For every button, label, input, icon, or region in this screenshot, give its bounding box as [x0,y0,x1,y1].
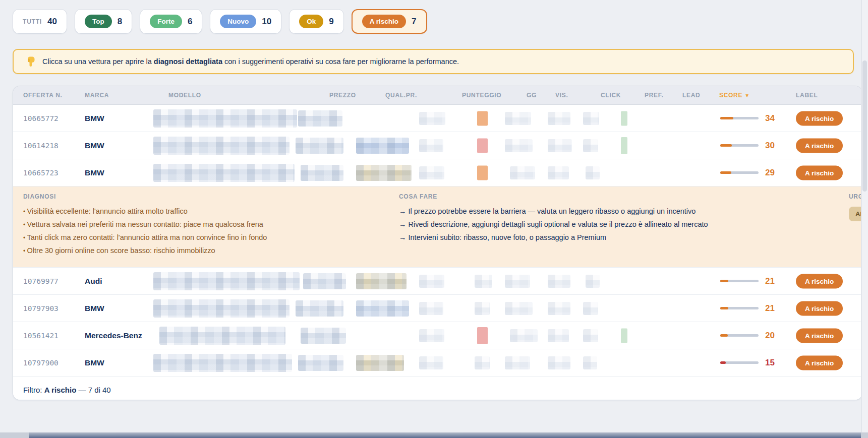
redacted-model [153,299,290,318]
col-gg[interactable]: GG [527,92,537,99]
redacted-lead [621,111,627,126]
redacted-click [548,166,569,179]
filter-a-rischio-pill: A rischio [362,15,406,28]
col-label[interactable]: LABEL [796,92,818,99]
redacted-model [159,327,285,345]
filter-tutti[interactable]: TUTTI 40 [13,9,67,34]
hint-banner: Clicca su una vettura per aprire la diag… [13,49,854,74]
redacted-punteggio [419,139,443,152]
filter-a-rischio-count: 7 [412,17,416,27]
col-qual-pr[interactable]: QUAL.PR. [385,92,417,99]
redacted-click [548,112,570,125]
col-modello[interactable]: MODELLO [168,92,201,99]
table-row[interactable]: 10665772 BMW 34 A rischio [13,105,862,132]
cosa-fare-item: Il prezzo potrebbe essere la barriera — … [399,205,708,218]
table-row[interactable]: 10797900 BMW 15 A rischio [13,349,862,377]
filter-summary-suffix: — 7 di 40 [76,386,110,394]
redacted-pref [583,356,597,369]
cosa-fare-list: Il prezzo potrebbe essere la barriera — … [399,205,708,244]
cosa-fare-item: Intervieni subito: ribasso, nuove foto, … [399,231,708,244]
redacted-pref [583,112,599,125]
diagnosi-item: Tanti click ma zero contatti: l'annuncio… [23,231,267,244]
filter-top[interactable]: Top 8 [75,9,132,34]
status-badge: A rischio [796,165,843,180]
filter-summary: Filtro: A rischio — 7 di 40 [23,386,111,394]
redacted-gg-warning [477,111,488,126]
col-prezzo[interactable]: PREZZO [329,92,356,99]
col-lead[interactable]: LEAD [682,92,700,99]
table-row[interactable]: 10614218 BMW 30 A rischio [13,132,862,159]
filter-nuovo[interactable]: Nuovo 10 [210,9,281,34]
redacted-click [548,275,570,288]
diagnosi-item: Vettura salvata nei preferiti ma nessun … [23,218,267,231]
score-bar-fill [720,280,728,282]
brand: Audi [85,277,102,286]
table-row-expanded[interactable]: 10665723 BMW 29 A rischio [13,159,862,186]
col-vis[interactable]: VIS. [555,92,568,99]
redacted-click [548,302,570,315]
col-score-sorted[interactable]: SCORE▼ [719,92,750,99]
col-punteggio[interactable]: PUNTEGGIO [462,92,501,99]
redacted-price [301,328,346,344]
score-bar-track [720,361,759,364]
redacted-model [153,137,290,155]
redacted-gg [475,302,490,315]
col-marca[interactable]: MARCA [85,92,109,99]
status-filter-bar: TUTTI 40 Top 8 Forte 6 Nuovo 10 Ok 9 A r… [13,9,427,34]
filter-top-pill: Top [85,15,112,28]
redacted-lead [621,328,627,343]
filter-summary-value: A rischio [44,386,77,394]
hint-text-before: Clicca su una vettura per aprire la [42,57,154,66]
redacted-pref [583,139,598,152]
score-bar-track [720,307,759,309]
table-row[interactable]: 10561421 Mercedes-Benz 20 A rischio [13,322,862,349]
redacted-pref [586,275,600,288]
table-header-row: OFFERTA N. MARCA MODELLO PREZZO QUAL.PR.… [13,86,862,105]
redacted-click [548,139,572,152]
redacted-punteggio [419,275,444,288]
vertical-scrollbar-thumb[interactable] [862,60,867,192]
table-row[interactable]: 10769977 Audi 21 A rischio [13,268,862,295]
redacted-vis [505,139,533,152]
score-value: 34 [765,113,775,123]
horizontal-scrollbar-thumb[interactable] [29,432,861,438]
hint-text-bold: diagnosi dettagliata [154,57,222,66]
cosa-fare-title: COSA FARE [399,193,437,200]
redacted-gg [475,356,490,369]
offer-number: 10614218 [23,142,59,150]
redacted-price [298,355,343,371]
redacted-vis [510,329,538,342]
redacted-gg-alert [477,327,488,344]
score-bar-fill-critical [720,361,726,364]
horizontal-scrollbar[interactable] [0,432,868,438]
vertical-scrollbar[interactable] [861,0,868,438]
redacted-qual-pr [356,165,412,181]
redacted-punteggio [419,302,443,315]
status-badge: A rischio [796,355,843,370]
status-badge: A rischio [796,274,843,288]
brand: BMW [85,141,104,150]
filter-ok[interactable]: Ok 9 [289,9,343,34]
table-row[interactable]: 10797903 BMW 21 A rischio [13,295,862,322]
status-badge: A rischio [796,301,843,316]
redacted-price [296,300,343,317]
diagnosis-panel: DIAGNOSI Visibilità eccellente: l'annunc… [13,186,862,268]
redacted-vis [505,302,533,315]
redacted-qual-pr [356,273,407,289]
filter-forte-pill: Forte [150,15,182,28]
col-pref[interactable]: PREF. [645,92,664,99]
filter-forte[interactable]: Forte 6 [140,9,202,34]
filter-a-rischio-active[interactable]: A rischio 7 [352,9,427,34]
redacted-qual-pr [356,138,409,154]
redacted-gg-alert [477,138,488,153]
diagnosi-list: Visibilità eccellente: l'annuncio attira… [23,205,267,257]
score-cell: 29 [720,168,775,178]
col-click[interactable]: CLICK [601,92,621,99]
score-bar-fill [720,334,728,337]
score-bar-fill [720,171,731,174]
score-bar-fill [720,307,728,309]
sort-desc-icon: ▼ [744,93,750,98]
cosa-fare-item: Rivedi descrizione, aggiungi dettagli su… [399,218,708,231]
col-offerta-n[interactable]: OFFERTA N. [23,92,63,99]
redacted-vis [510,166,535,179]
